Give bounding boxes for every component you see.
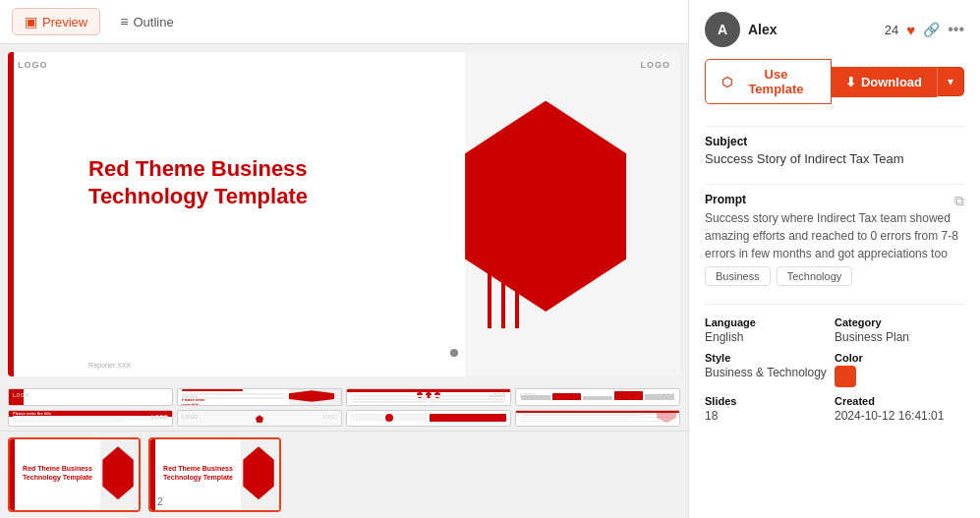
slide-bar-3 [515, 199, 519, 328]
user-actions: 24 ♥ 🔗 ••• [885, 21, 964, 38]
meta-grid: Language English Category Business Plan … [705, 317, 964, 423]
slide-thumb-1[interactable]: LOGO [8, 388, 173, 406]
like-count: 24 [885, 23, 898, 37]
thumb-5-logo-r: LOGO [151, 414, 168, 420]
avatar: A [705, 12, 740, 47]
thumb-strip-2-num: 2 [155, 496, 165, 507]
slide-thumb-6[interactable]: LOGO LOGO [177, 410, 342, 428]
slide-thumb-2[interactable]: LOGO LOGO Please enteryour title. [177, 388, 342, 406]
thumb-3-logo-r: LOGO [490, 392, 506, 398]
divider-1 [705, 126, 964, 127]
copy-icon[interactable]: ⧉ [954, 193, 964, 209]
category-item: Category Business Plan [835, 317, 964, 344]
color-key: Color [835, 352, 964, 364]
outline-icon: ≡ [120, 14, 128, 29]
slide-main-title: Red Theme Business Technology Template [88, 155, 371, 209]
left-panel: ▣ Preview ≡ Outline LOGO LOGO Red Theme … [0, 0, 688, 518]
more-menu-icon[interactable]: ••• [948, 21, 964, 38]
download-label: Download [861, 75, 922, 89]
category-value: Business Plan [835, 330, 964, 344]
slide-thumb-8[interactable] [515, 410, 680, 428]
slide-thumb-5[interactable]: Please enter the title LOGO [8, 410, 173, 428]
tab-outline-label: Outline [133, 15, 173, 29]
color-item: Color [835, 352, 964, 387]
created-value: 2024-10-12 16:41:01 [835, 409, 964, 423]
link-icon[interactable]: 🔗 [923, 22, 940, 37]
thumb-strip: Red Theme BusinessTechnology Template Re… [0, 431, 688, 518]
style-item: Style Business & Technology [705, 352, 835, 387]
color-swatch [835, 366, 856, 387]
slide-thumb-7[interactable] [346, 410, 511, 428]
created-key: Created [835, 395, 964, 407]
slide-logo-topleft: LOGO [18, 60, 48, 70]
thumb-6-logo: LOGO [323, 414, 337, 420]
tag-technology[interactable]: Technology [777, 266, 853, 286]
slides-key: Slides [705, 395, 835, 407]
thumb-strip-item-1[interactable]: Red Theme BusinessTechnology Template [8, 437, 141, 512]
main-preview-container: LOGO LOGO Red Theme Business Technology … [0, 44, 688, 384]
category-key: Category [835, 317, 964, 328]
divider-2 [705, 184, 964, 185]
slide-left-accent [8, 52, 14, 376]
slide-bar-1 [488, 231, 491, 328]
heart-icon[interactable]: ♥ [906, 22, 915, 38]
slides-value: 18 [705, 409, 835, 423]
main-slide-inner: LOGO LOGO Red Theme Business Technology … [8, 52, 680, 376]
subject-section: Subject Success Story of Indirect Tax Te… [705, 135, 964, 166]
slide-bar-2 [501, 263, 505, 328]
language-key: Language [705, 317, 835, 328]
subject-label: Subject [705, 135, 964, 148]
user-info: A Alex [705, 12, 778, 47]
thumb-1-logo: LOGO [13, 392, 29, 398]
slide-thumb-3[interactable]: LOGO [346, 388, 511, 406]
prompt-section: Prompt ⧉ Success story where Indirect Ta… [705, 193, 964, 286]
thumb-5-title: Please enter the title [13, 411, 51, 416]
slide-thumb-4[interactable]: LOGO LOGO [515, 388, 680, 406]
thumb-strip-1-label: Red Theme BusinessTechnology Template [23, 464, 92, 482]
preview-icon: ▣ [25, 14, 37, 29]
preview-8grid: LOGO LOGO LOGO Please enteryour title. [8, 388, 680, 427]
style-key: Style [705, 352, 835, 364]
style-value: Business & Technology [705, 366, 835, 379]
subject-value: Success Story of Indirect Tax Team [705, 151, 964, 166]
thumb-strip-item-2[interactable]: Red Theme BusinessTechnology Template 2 [148, 437, 281, 512]
slide-dot [450, 349, 458, 357]
tab-preview-label: Preview [42, 15, 87, 29]
slides-item: Slides 18 [705, 395, 835, 423]
created-item: Created 2024-10-12 16:41:01 [835, 395, 964, 423]
right-panel: A Alex 24 ♥ 🔗 ••• ⬡ Use Template ⬇ Downl… [688, 0, 980, 518]
slide-reporter: Reporter:XXX [88, 362, 131, 369]
tab-outline[interactable]: ≡ Outline [108, 9, 185, 34]
action-buttons: ⬡ Use Template ⬇ Download ▾ [705, 59, 964, 104]
user-header: A Alex 24 ♥ 🔗 ••• [705, 12, 964, 47]
download-button[interactable]: ⬇ Download [832, 67, 937, 97]
download-dropdown-button[interactable]: ▾ [937, 67, 964, 96]
language-item: Language English [705, 317, 835, 344]
prompt-value: Success story where Indirect Tax team sh… [705, 209, 964, 262]
thumb-6-logo-l: LOGO [182, 414, 199, 420]
main-slide-preview: LOGO LOGO Red Theme Business Technology … [8, 52, 680, 376]
slide-logo-topright: LOGO [641, 60, 671, 70]
thumb-strip-2-label: Red Theme BusinessTechnology Template [163, 464, 233, 482]
prompt-label: Prompt [705, 193, 746, 206]
language-value: English [705, 330, 835, 344]
tab-preview[interactable]: ▣ Preview [12, 8, 100, 35]
use-template-label: Use Template [737, 67, 815, 96]
use-icon: ⬡ [721, 75, 732, 89]
divider-3 [705, 304, 964, 305]
user-name: Alex [748, 22, 778, 37]
download-icon: ⬇ [845, 75, 856, 89]
tags-container: Business Technology [705, 266, 964, 286]
use-template-button[interactable]: ⬡ Use Template [705, 59, 832, 104]
tag-business[interactable]: Business [705, 266, 771, 286]
preview-grid-container: LOGO LOGO LOGO Please enteryour title. [0, 384, 688, 431]
thumb-2-lines [182, 389, 284, 401]
top-bar: ▣ Preview ≡ Outline [0, 0, 688, 44]
